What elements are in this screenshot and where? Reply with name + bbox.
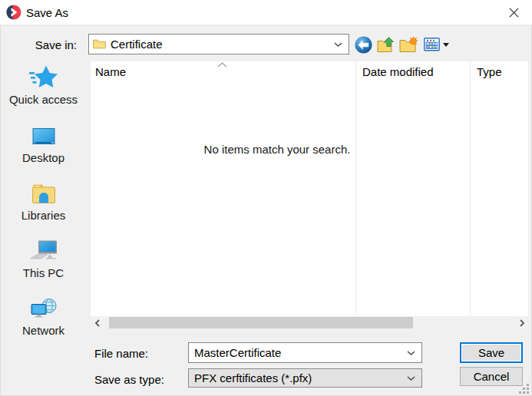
sidebar-item-quick-access[interactable]: Quick access xyxy=(0,63,87,106)
save-as-type-value: PFX cerftificates (*.pfx) xyxy=(194,371,312,384)
folder-icon xyxy=(93,39,106,49)
empty-list-message: No items match your search. xyxy=(91,143,464,156)
sidebar-item-libraries[interactable]: Libraries xyxy=(0,179,87,222)
back-icon xyxy=(355,36,372,54)
save-in-dropdown[interactable]: Certificate xyxy=(88,34,349,54)
file-name-input[interactable] xyxy=(189,343,401,362)
sidebar-item-network[interactable]: Network xyxy=(0,294,87,337)
sidebar-item-label: Quick access xyxy=(9,93,78,106)
desktop-icon xyxy=(31,121,57,147)
save-button[interactable]: Save xyxy=(460,342,523,363)
network-icon xyxy=(30,294,58,320)
title-bar: Save As xyxy=(0,0,532,25)
sort-ascending-icon xyxy=(217,62,227,68)
column-divider[interactable] xyxy=(355,61,356,316)
view-menu-button[interactable] xyxy=(421,35,451,54)
save-as-dialog: Save As Save in: Certificate xyxy=(0,0,532,396)
sidebar-item-this-pc[interactable]: This PC xyxy=(0,236,87,279)
libraries-icon xyxy=(31,179,57,205)
chevron-down-icon[interactable] xyxy=(401,351,421,355)
close-icon xyxy=(509,8,519,18)
places-sidebar: Quick access Desktop xyxy=(0,60,87,396)
sidebar-item-label: Network xyxy=(22,324,64,337)
scroll-left-icon[interactable] xyxy=(91,316,104,329)
scroll-right-icon[interactable] xyxy=(515,316,528,329)
save-as-type-label: Save as type: xyxy=(94,373,164,386)
save-in-label: Save in: xyxy=(21,38,77,51)
new-folder-button[interactable] xyxy=(398,35,418,54)
this-pc-icon xyxy=(30,236,58,262)
up-one-level-button[interactable] xyxy=(375,35,396,54)
horizontal-scrollbar[interactable] xyxy=(91,316,528,329)
file-name-label: File name: xyxy=(94,347,148,360)
sidebar-item-label: Desktop xyxy=(22,151,64,164)
new-folder-icon xyxy=(399,36,418,53)
sidebar-item-desktop[interactable]: Desktop xyxy=(0,121,87,164)
save-as-type-dropdown[interactable]: PFX cerftificates (*.pfx) xyxy=(188,368,422,388)
close-button[interactable] xyxy=(504,3,524,22)
column-header-name[interactable]: Name xyxy=(95,65,126,78)
dropdown-arrow-icon xyxy=(443,43,449,47)
scrollbar-thumb[interactable] xyxy=(109,317,413,328)
column-header-date-modified[interactable]: Date modified xyxy=(362,65,434,78)
up-one-level-icon xyxy=(377,36,395,53)
quick-access-icon xyxy=(29,63,58,89)
cancel-button[interactable]: Cancel xyxy=(460,367,523,386)
column-header-type[interactable]: Type xyxy=(477,65,502,78)
sidebar-item-label: This PC xyxy=(23,266,64,279)
resize-grip-icon[interactable] xyxy=(519,384,529,394)
chevron-down-icon xyxy=(328,42,349,47)
current-folder-name: Certificate xyxy=(111,38,163,51)
column-divider[interactable] xyxy=(470,61,471,316)
sidebar-item-label: Libraries xyxy=(21,209,66,222)
app-logo-icon xyxy=(6,5,21,20)
chevron-down-icon xyxy=(401,376,421,381)
window-title: Save As xyxy=(26,0,68,25)
file-list[interactable]: Name Date modified Type No items match y… xyxy=(91,61,528,316)
file-name-combobox[interactable] xyxy=(188,342,422,363)
view-menu-icon xyxy=(424,38,440,51)
back-button[interactable] xyxy=(353,35,374,54)
